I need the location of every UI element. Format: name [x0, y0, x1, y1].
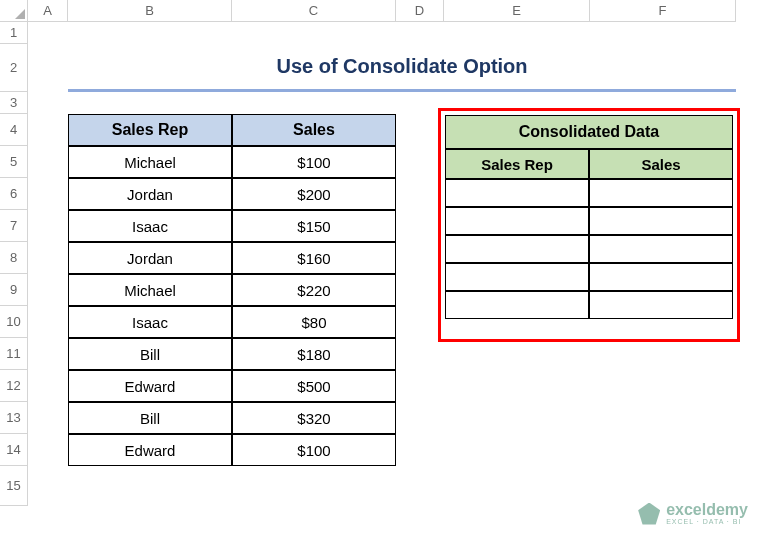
table-cell[interactable]: Jordan — [68, 242, 232, 274]
col-header-A[interactable]: A — [28, 0, 68, 22]
table-cell[interactable]: $500 — [232, 370, 396, 402]
consolidated-cell[interactable] — [589, 291, 733, 319]
table-cell[interactable]: Michael — [68, 274, 232, 306]
select-all-corner[interactable] — [0, 0, 28, 22]
logo-icon — [638, 503, 660, 525]
consolidated-header-rep[interactable]: Sales Rep — [445, 149, 589, 179]
spreadsheet-grid: A B C D E F 1 2 3 4 5 6 7 8 9 10 11 12 1… — [0, 0, 768, 506]
consolidated-cell[interactable] — [445, 235, 589, 263]
consolidated-cell[interactable] — [445, 179, 589, 207]
table-cell[interactable]: $220 — [232, 274, 396, 306]
table-cell[interactable]: $150 — [232, 210, 396, 242]
table-cell[interactable]: Edward — [68, 434, 232, 466]
table-cell[interactable]: $100 — [232, 146, 396, 178]
row-header-6[interactable]: 6 — [0, 178, 28, 210]
table-cell[interactable]: Michael — [68, 146, 232, 178]
col-header-B[interactable]: B — [68, 0, 232, 22]
table-cell[interactable]: $320 — [232, 402, 396, 434]
table1-header-rep[interactable]: Sales Rep — [68, 114, 232, 146]
row-header-14[interactable]: 14 — [0, 434, 28, 466]
table-cell[interactable]: $160 — [232, 242, 396, 274]
watermark-tag: EXCEL · DATA · BI — [666, 518, 748, 525]
col-header-D[interactable]: D — [396, 0, 444, 22]
row-header-12[interactable]: 12 — [0, 370, 28, 402]
consolidated-cell[interactable] — [589, 179, 733, 207]
table-cell[interactable]: $100 — [232, 434, 396, 466]
row-header-9[interactable]: 9 — [0, 274, 28, 306]
col-header-E[interactable]: E — [444, 0, 590, 22]
row-header-3[interactable]: 3 — [0, 92, 28, 114]
table-cell[interactable]: $200 — [232, 178, 396, 210]
table-cell[interactable]: Bill — [68, 402, 232, 434]
table-cell[interactable]: Edward — [68, 370, 232, 402]
consolidated-cell[interactable] — [445, 207, 589, 235]
consolidated-header-sales[interactable]: Sales — [589, 149, 733, 179]
row-header-10[interactable]: 10 — [0, 306, 28, 338]
row-header-4[interactable]: 4 — [0, 114, 28, 146]
row-header-11[interactable]: 11 — [0, 338, 28, 370]
page-title: Use of Consolidate Option — [68, 44, 736, 92]
row-header-7[interactable]: 7 — [0, 210, 28, 242]
table1-header-sales[interactable]: Sales — [232, 114, 396, 146]
table-cell[interactable]: Isaac — [68, 306, 232, 338]
table-cell[interactable]: $80 — [232, 306, 396, 338]
watermark: exceldemy EXCEL · DATA · BI — [638, 502, 748, 525]
col-header-F[interactable]: F — [590, 0, 736, 22]
consolidated-cell[interactable] — [589, 235, 733, 263]
row-header-5[interactable]: 5 — [0, 146, 28, 178]
watermark-brand: exceldemy — [666, 502, 748, 518]
row-header-13[interactable]: 13 — [0, 402, 28, 434]
table-cell[interactable]: Bill — [68, 338, 232, 370]
consolidated-cell[interactable] — [589, 207, 733, 235]
row-header-8[interactable]: 8 — [0, 242, 28, 274]
consolidated-box: Consolidated Data Sales Rep Sales — [438, 108, 740, 342]
table-cell[interactable]: Isaac — [68, 210, 232, 242]
row-header-15[interactable]: 15 — [0, 466, 28, 506]
consolidated-cell[interactable] — [445, 291, 589, 319]
consolidated-title: Consolidated Data — [445, 115, 733, 149]
row-header-2[interactable]: 2 — [0, 44, 28, 92]
table-cell[interactable]: $180 — [232, 338, 396, 370]
consolidated-cell[interactable] — [589, 263, 733, 291]
consolidated-cell[interactable] — [445, 263, 589, 291]
table-cell[interactable]: Jordan — [68, 178, 232, 210]
col-header-C[interactable]: C — [232, 0, 396, 22]
row-header-1[interactable]: 1 — [0, 22, 28, 44]
